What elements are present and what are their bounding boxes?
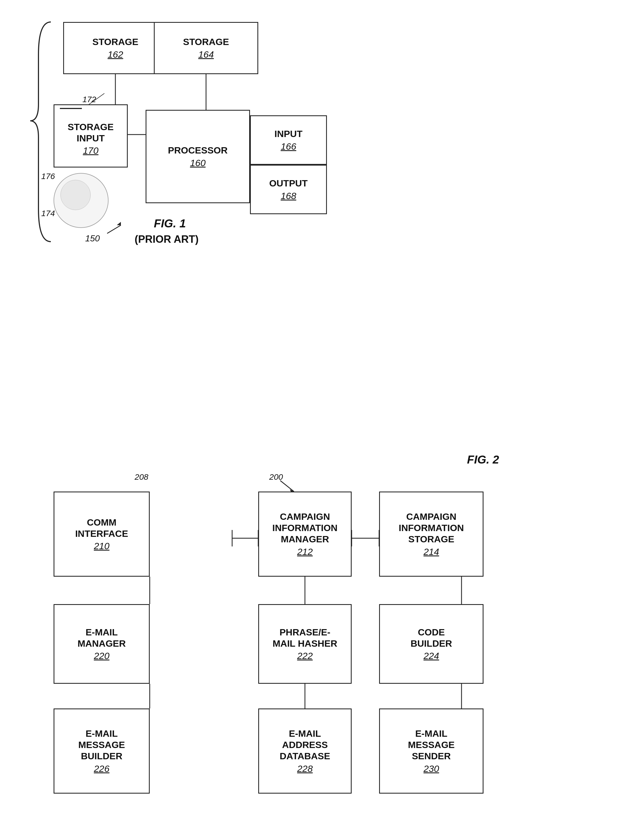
storage-164-label: STORAGE xyxy=(183,36,229,47)
storage-162-box: STORAGE 162 xyxy=(63,22,168,74)
email-address-database-number: 228 xyxy=(297,763,313,774)
campaign-info-manager-box: CAMPAIGNINFORMATIONMANAGER 212 xyxy=(258,491,352,577)
email-message-sender-box: E-MAILMESSAGESENDER 230 xyxy=(379,709,484,794)
campaign-info-manager-label: CAMPAIGNINFORMATIONMANAGER xyxy=(272,511,337,545)
email-manager-label: E-MAILMANAGER xyxy=(78,627,126,649)
campaign-info-storage-box: CAMPAIGNINFORMATIONSTORAGE 214 xyxy=(379,491,484,577)
storage-input-number: 170 xyxy=(83,145,99,156)
ref-150: 150 xyxy=(85,234,100,243)
comm-interface-label: COMMINTERFACE xyxy=(75,517,128,539)
output-label: OUTPUT xyxy=(269,178,308,189)
comm-interface-number: 210 xyxy=(94,541,110,551)
storage-input-170-box: STORAGEINPUT 170 xyxy=(54,104,128,167)
fig1-subtitle: (PRIOR ART) xyxy=(134,234,199,245)
input-label: INPUT xyxy=(274,128,302,139)
storage-164-box: STORAGE 164 xyxy=(154,22,258,74)
email-message-builder-label: E-MAILMESSAGEBUILDER xyxy=(78,728,125,761)
campaign-info-manager-number: 212 xyxy=(297,546,313,557)
ref-176: 176 xyxy=(41,172,55,181)
phrase-email-hasher-box: PHRASE/E-MAIL HASHER 222 xyxy=(258,604,352,684)
storage-input-label: STORAGEINPUT xyxy=(68,122,114,144)
code-builder-box: CODEBUILDER 224 xyxy=(379,604,484,684)
output-number: 168 xyxy=(281,191,296,201)
fig1-title: FIG. 1 xyxy=(154,217,186,230)
email-message-sender-number: 230 xyxy=(424,763,439,774)
ref-208: 208 xyxy=(134,472,148,482)
storage-162-number: 162 xyxy=(108,49,123,60)
email-manager-box: E-MAILMANAGER 220 xyxy=(54,604,150,684)
storage-162-label: STORAGE xyxy=(92,36,138,47)
email-manager-number: 220 xyxy=(94,651,110,661)
processor-number: 160 xyxy=(190,158,206,168)
phrase-email-hasher-label: PHRASE/E-MAIL HASHER xyxy=(272,627,337,649)
storage-164-number: 164 xyxy=(198,49,214,60)
processor-label: PROCESSOR xyxy=(168,145,228,156)
email-message-builder-box: E-MAILMESSAGEBUILDER 226 xyxy=(54,709,150,794)
code-builder-label: CODEBUILDER xyxy=(410,627,452,649)
email-address-database-label: E-MAILADDRESSDATABASE xyxy=(280,728,330,761)
campaign-info-storage-label: CAMPAIGNINFORMATIONSTORAGE xyxy=(399,511,464,545)
output-168-box: OUTPUT 168 xyxy=(250,165,327,214)
email-message-builder-number: 226 xyxy=(94,763,110,774)
svg-line-9 xyxy=(107,225,121,234)
input-166-box: INPUT 166 xyxy=(250,115,327,165)
ref-174: 174 xyxy=(41,209,55,218)
phrase-email-hasher-number: 222 xyxy=(297,651,313,661)
comm-interface-box: COMMINTERFACE 210 xyxy=(54,491,150,577)
svg-marker-10 xyxy=(117,222,121,225)
ref-200: 200 xyxy=(269,472,283,482)
campaign-info-storage-number: 214 xyxy=(424,546,439,557)
disk-inner xyxy=(60,180,91,210)
fig2-title: FIG. 2 xyxy=(467,453,499,466)
input-number: 166 xyxy=(281,141,296,152)
code-builder-number: 224 xyxy=(424,651,439,661)
processor-160-box: PROCESSOR 160 xyxy=(146,110,250,203)
svg-line-23 xyxy=(280,480,294,491)
email-message-sender-label: E-MAILMESSAGESENDER xyxy=(408,728,455,761)
email-address-database-box: E-MAILADDRESSDATABASE 228 xyxy=(258,709,352,794)
ref-172: 172 xyxy=(82,95,96,104)
